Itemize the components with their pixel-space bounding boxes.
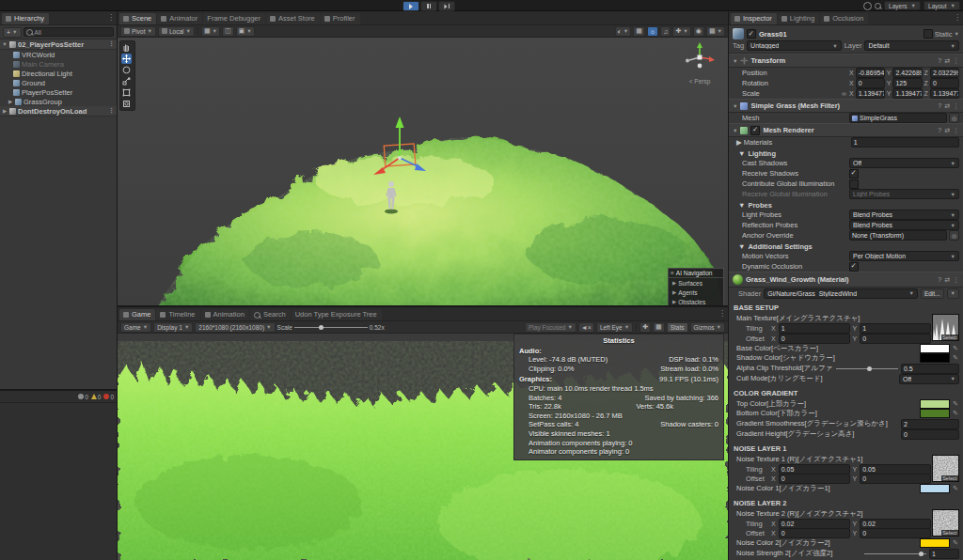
warning-badge[interactable]: 0 [91,394,102,400]
hierarchy-item-vrcworld[interactable]: VRCWorld [0,50,117,59]
contribute-gi-checkbox[interactable] [849,179,859,189]
hierarchy-item-grassgroup[interactable]: ▶GrassGroup [0,97,117,106]
mesh-object-field[interactable]: SimpleGrass [849,113,947,123]
display-dropdown[interactable]: Display 1▼ [153,322,193,333]
noise-strength-2-slider[interactable] [864,550,926,557]
hierarchy-dontdestroy-row[interactable]: ▶DontDestroyOnLoad⋮ [0,106,117,117]
main-tiling-y-field[interactable]: 1 [860,323,931,334]
shader-dropdown[interactable]: Gi/Nature/Grass_StylizedWind▼ [764,288,918,299]
tab-inspector[interactable]: Inspector [731,13,777,24]
slider-handle[interactable] [919,552,924,556]
static-dropdown[interactable]: Static▼ [924,29,959,39]
materials-row[interactable]: ▶ Materials 1 [729,137,963,148]
foldout-icon[interactable]: ▶ [2,108,8,114]
scene-audio-toggle[interactable]: ♫ [660,26,671,37]
snap-increment-button[interactable]: ◫ [222,26,234,37]
foldout-icon[interactable]: ▶ [8,99,13,104]
scale-z-field[interactable]: 1.139477 [930,88,959,99]
tab-occlusion[interactable]: Occlusion [820,13,868,24]
hierarchy-search-input[interactable]: All [24,27,114,37]
step-button[interactable] [438,1,455,11]
presets-icon[interactable]: ⇄ [944,127,950,134]
tab-animator[interactable]: Animator [157,13,202,24]
main-offset-y-field[interactable]: 0 [860,334,931,344]
transform-tool-button[interactable] [121,99,132,109]
noise1-tiling-y-field[interactable]: 0.05 [860,464,931,474]
active-checkbox[interactable] [747,29,756,39]
pivot-dropdown[interactable]: Pivot▼ [120,26,156,37]
hierarchy-scene-row[interactable]: ▼02_PlayerPosSetter⋮ [0,39,117,50]
rotation-y-field[interactable]: 125 [892,78,922,88]
noise-strength-2-field[interactable]: 1 [929,549,959,559]
component-menu-icon[interactable]: ⋮ [953,57,959,65]
metrics-button[interactable]: ▦ [653,322,665,333]
alpha-clip-field[interactable]: 0.5 [901,364,959,374]
tab-game[interactable]: Game [119,309,155,320]
scene-camera-dropdown[interactable]: ▩▼ [706,26,725,37]
game-canvas[interactable]: Statistics Audio: Level: -74.8 dB (MUTED… [118,334,728,560]
tab-lighting[interactable]: Lighting [778,13,819,24]
stats-toggle[interactable]: Stats [667,322,688,333]
noise2-tiling-x-field[interactable]: 0.02 [779,519,850,529]
scale-x-field[interactable]: 1.139477 [856,88,885,99]
pause-button[interactable] [420,1,437,11]
foldout-icon[interactable]: ▼ [2,41,8,47]
2d-toggle[interactable]: ▦ [633,26,645,37]
presets-icon[interactable]: ⇄ [944,276,950,284]
receive-shadows-checkbox[interactable] [849,169,859,179]
transform-header[interactable]: ▼Transform ?⇄⋮ [729,54,963,68]
noise-texture-1-thumbnail[interactable]: Select [932,455,959,482]
scale-y-field[interactable]: 1.139477 [892,88,922,99]
motion-vectors-dropdown[interactable]: Per Object Motion▼ [849,251,959,261]
alpha-clip-slider[interactable] [836,365,898,372]
noise-texture-2-thumbnail[interactable]: Select [932,509,959,537]
search-icon[interactable] [875,3,881,9]
cull-mode-dropdown[interactable]: Off▼ [899,374,959,384]
rotation-z-field[interactable]: 0 [930,78,959,88]
tab-frame-debugger[interactable]: Frame Debugger [203,13,265,24]
scale-tool-button[interactable] [121,76,132,86]
layout-dropdown[interactable]: Layout▼ [924,1,960,10]
light-probes-dropdown[interactable]: Blend Probes▼ [849,210,959,220]
component-enabled-checkbox[interactable] [750,126,760,135]
ai-nav-surfaces[interactable]: ▶Surfaces [669,278,723,288]
gizmos-dropdown[interactable]: Gizmos▼ [690,322,725,333]
hierarchy-item-main-camera[interactable]: Main Camera [0,59,117,69]
ai-nav-agents[interactable]: ▶Agents [669,288,723,297]
create-object-button[interactable]: +▼ [3,27,22,38]
main-offset-x-field[interactable]: 0 [779,334,850,344]
hidden-objects-toggle[interactable]: ◉ [693,26,704,37]
receive-gi-dropdown[interactable]: Light Probes▼ [849,189,959,199]
play-button[interactable] [403,1,419,11]
gameobject-name[interactable]: Grass01 [759,30,921,39]
projection-label[interactable]: < Persp [681,78,718,85]
noise1-offset-y-field[interactable]: 0 [860,474,931,484]
move-gizmo[interactable] [364,115,435,194]
tab-asset-store[interactable]: Asset Store [266,13,320,24]
noise-color-1-swatch[interactable] [920,484,950,493]
object-picker-icon[interactable]: ◎ [949,113,959,123]
help-icon[interactable]: ? [938,102,941,110]
noise-color-2-swatch[interactable] [920,538,950,548]
scene-menu-icon[interactable]: ⋮ [108,107,115,115]
base-color-swatch[interactable] [920,344,950,353]
eye-dropdown[interactable]: Left Eye▼ [596,322,633,333]
panel-menu-icon[interactable]: ⋮ [954,13,961,22]
account-icon[interactable] [863,2,872,10]
material-header[interactable]: Grass_Wind_Growth (Material) ?⇄⋮ [729,272,963,288]
hierarchy-item-playerpossetter[interactable]: PlayerPosSetter [0,87,117,97]
presets-icon[interactable]: ⇄ [944,102,950,110]
texture-select-button[interactable]: Select [941,530,958,536]
main-texture-thumbnail[interactable]: Select [932,314,959,341]
tab-scene[interactable]: Scene [119,13,156,24]
noise2-tiling-y-field[interactable]: 0.02 [860,519,931,529]
scene-canvas[interactable]: < Persp ≡AI Navigation ▶Surfaces ▶Agents… [118,38,728,305]
foldout-icon[interactable]: ▼ [733,128,737,133]
shader-options-button[interactable]: ▼ [947,288,959,299]
color-picker-icon[interactable]: ✎ [953,354,959,362]
tab-search[interactable]: Search [250,309,291,320]
handle-rotation-dropdown[interactable]: Local▼ [158,26,195,37]
noise1-tiling-x-field[interactable]: 0.05 [779,464,850,474]
cast-shadows-dropdown[interactable]: Off▼ [849,158,959,168]
foldout-icon[interactable]: ▼ [733,103,737,109]
